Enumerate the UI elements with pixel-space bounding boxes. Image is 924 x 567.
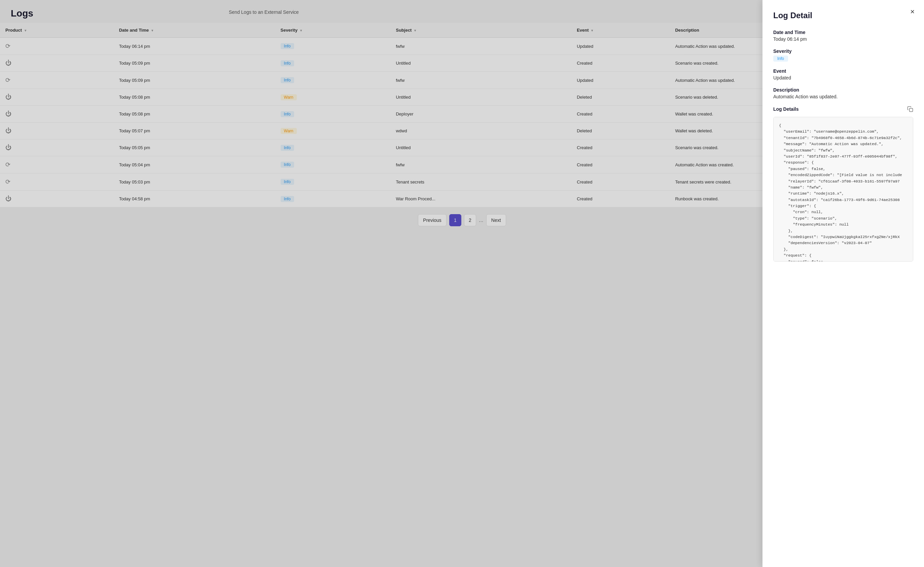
detail-datetime-label: Date and Time <box>773 30 913 35</box>
detail-panel: × Log Detail Date and Time Today 06:14 p… <box>762 0 924 567</box>
detail-close-button[interactable]: × <box>910 8 915 15</box>
detail-event-label: Event <box>773 68 913 74</box>
detail-severity-label: Severity <box>773 48 913 54</box>
detail-severity-section: Severity Info <box>773 48 913 62</box>
detail-severity-badge: Info <box>773 56 788 62</box>
log-details-header: Log Details <box>773 106 913 113</box>
svg-rect-0 <box>909 108 913 112</box>
detail-event-section: Event Updated <box>773 68 913 80</box>
detail-event-value: Updated <box>773 75 913 80</box>
copy-icon <box>907 106 913 112</box>
detail-logdetails-section: Log Details { "userEmail": "username@ope… <box>773 106 913 262</box>
detail-panel-title: Log Detail <box>773 11 913 20</box>
detail-datetime-value: Today 06:14 pm <box>773 36 913 42</box>
detail-logdetails-label: Log Details <box>773 107 798 112</box>
detail-datetime-section: Date and Time Today 06:14 pm <box>773 30 913 42</box>
detail-description-label: Description <box>773 87 913 93</box>
detail-description-value: Automatic Action was updated. <box>773 94 913 99</box>
copy-log-details-button[interactable] <box>907 106 913 113</box>
detail-description-section: Description Automatic Action was updated… <box>773 87 913 99</box>
log-details-code[interactable]: { "userEmail": "username@openzeppelin.co… <box>773 117 913 262</box>
